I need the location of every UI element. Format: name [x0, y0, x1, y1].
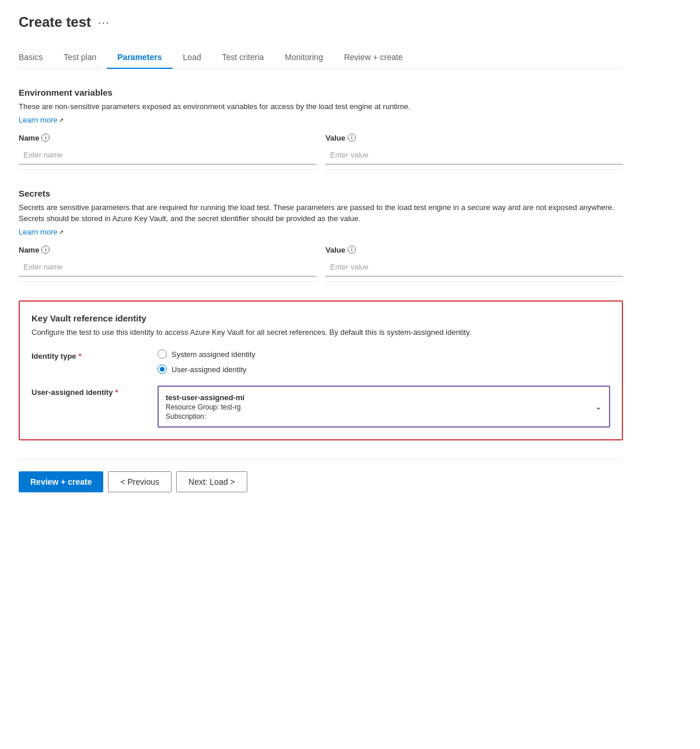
secret-value-field-group: Value i [326, 246, 623, 282]
secrets-form: Name i Value i [19, 246, 623, 282]
user-identity-row: User-assigned identity * test-user-assig… [32, 386, 610, 428]
tab-parameters[interactable]: Parameters [107, 47, 172, 69]
radio-system-label: System assigned identity [172, 350, 256, 359]
secret-name-input[interactable] [19, 258, 316, 276]
secret-value-input[interactable] [326, 258, 623, 276]
more-options-icon[interactable]: ··· [98, 16, 110, 29]
radio-user-assigned[interactable]: User-assigned identity [158, 365, 610, 374]
identity-type-required-star: * [79, 352, 82, 360]
tab-review-create[interactable]: Review + create [334, 47, 414, 69]
external-link-icon: ↗ [58, 117, 64, 124]
user-identity-required-star: * [115, 388, 118, 397]
env-value-label: Value i [326, 134, 623, 142]
secret-name-label: Name i [19, 246, 316, 254]
radio-system-circle [158, 349, 167, 359]
identity-type-label: Identity type * [32, 349, 148, 360]
secret-name-field-group: Name i [19, 246, 316, 282]
env-vars-description: These are non-sensitive parameters expos… [19, 101, 623, 113]
secrets-description: Secrets are sensitive parameters that ar… [19, 202, 623, 225]
identity-type-row: Identity type * System assigned identity… [32, 349, 610, 374]
env-vars-section: Environment variables These are non-sens… [19, 88, 623, 170]
tab-test-plan[interactable]: Test plan [53, 47, 107, 69]
secrets-section: Secrets Secrets are sensitive parameters… [19, 188, 623, 282]
chevron-down-icon: ⌄ [595, 402, 602, 411]
env-vars-learn-more[interactable]: Learn more [19, 116, 57, 124]
secrets-external-link-icon: ↗ [58, 229, 64, 236]
env-name-label: Name i [19, 134, 316, 142]
env-value-field-group: Value i [326, 134, 623, 170]
tab-basics[interactable]: Basics [19, 47, 53, 69]
tab-bar: Basics Test plan Parameters Load Test cr… [19, 47, 623, 69]
tab-load[interactable]: Load [173, 47, 212, 69]
keyvault-description: Configure the test to use this identity … [32, 327, 610, 338]
env-name-field-group: Name i [19, 134, 316, 170]
dropdown-main-text: test-user-assigned-mi [166, 393, 588, 402]
radio-user-label: User-assigned identity [172, 365, 247, 374]
radio-user-dot [160, 367, 164, 372]
previous-button[interactable]: < Previous [108, 471, 172, 492]
env-vars-form: Name i Value i [19, 134, 623, 170]
secrets-title: Secrets [19, 188, 623, 198]
review-create-button[interactable]: Review + create [19, 471, 103, 492]
identity-type-radio-group: System assigned identity User-assigned i… [158, 349, 610, 374]
secret-value-label: Value i [326, 246, 623, 254]
env-value-info-icon[interactable]: i [348, 134, 356, 142]
radio-user-circle [158, 365, 167, 374]
env-name-input[interactable] [19, 146, 316, 164]
env-vars-title: Environment variables [19, 88, 623, 97]
user-identity-label: User-assigned identity * [32, 386, 148, 397]
secret-value-info-icon[interactable]: i [348, 246, 356, 254]
env-name-info-icon[interactable]: i [41, 134, 50, 142]
page-title: Create test [19, 14, 91, 30]
dropdown-sub1-text: Resource Group: test-rg [166, 403, 588, 411]
secrets-learn-more[interactable]: Learn more [19, 228, 57, 236]
tab-monitoring[interactable]: Monitoring [274, 47, 333, 69]
dropdown-sub2-text: Subscription: [166, 412, 588, 421]
user-identity-dropdown[interactable]: test-user-assigned-mi Resource Group: te… [158, 386, 610, 428]
secret-name-info-icon[interactable]: i [41, 246, 50, 254]
keyvault-title: Key Vault reference identity [32, 313, 610, 323]
keyvault-section: Key Vault reference identity Configure t… [19, 300, 623, 441]
env-value-input[interactable] [326, 146, 623, 164]
radio-system-assigned[interactable]: System assigned identity [158, 349, 610, 359]
bottom-action-bar: Review + create < Previous Next: Load > [19, 459, 623, 492]
tab-test-criteria[interactable]: Test criteria [212, 47, 275, 69]
next-button[interactable]: Next: Load > [176, 471, 247, 492]
